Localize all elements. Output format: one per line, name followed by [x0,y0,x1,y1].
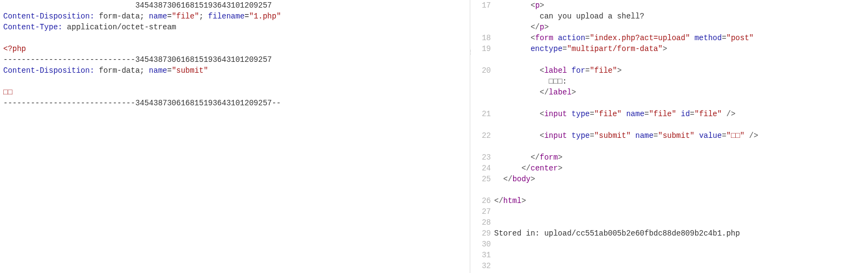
token: can you upload a shell? [494,12,644,21]
token: form-data; [94,12,149,21]
line-number-gutter: 17 1819 20 21 22 232425 26272829303132 [474,0,494,273]
token: "submit" [172,66,208,75]
token: action [558,34,585,42]
token: "□□" [727,131,745,140]
token: </ [503,175,513,183]
token: Content-Type: [3,23,62,31]
code-line: </html> [494,195,868,206]
token [722,110,726,118]
request-line: -----------------------------34543873061… [3,54,463,65]
token: □□ [3,88,12,97]
line-number: 27 [474,206,491,217]
token: Content-Disposition: [3,66,94,75]
token: < [530,34,535,42]
token [494,164,521,173]
code-line: <input type="file" name="file" id="file"… [494,109,868,119]
request-line: □□ [3,87,463,98]
token: /> [727,110,736,118]
token [553,34,558,42]
token: = [244,12,249,21]
line-number [474,185,491,195]
token: = [722,131,726,140]
token: "file" [594,110,621,118]
line-number [474,119,491,130]
token: > [521,196,526,205]
split-handle[interactable]: ⋮ [467,0,474,273]
token: form [540,153,558,162]
line-number: 18 [474,33,491,43]
line-number [474,141,491,152]
code-line [494,54,868,65]
code-line [494,261,868,271]
code-line: </label> [494,87,868,98]
token: > [530,175,535,183]
token [494,34,530,42]
request-line [3,76,463,87]
line-number [474,87,491,98]
code-line: <p> [494,0,868,11]
token: </ [530,153,540,162]
code-line: □□□: [494,76,868,87]
code-line [494,217,868,228]
token: label [549,88,572,97]
token: □□□: [494,77,567,86]
code-line: </body> [494,174,868,185]
token: "file" [590,66,617,75]
token: -----------------------------34543873061… [3,55,272,64]
token: = [722,34,726,42]
token [695,131,699,140]
line-number [474,98,491,109]
line-number: 17 [474,0,491,11]
request-body-pane[interactable]: 345438730616815193643101209257Content-Di… [0,0,467,273]
line-number: 30 [474,239,491,250]
code-line: <label for="file"> [494,65,868,76]
line-number: 24 [474,163,491,174]
divider-line [470,0,470,273]
token: Content-Disposition: [3,12,94,21]
code-line [494,185,868,195]
token: type [572,131,590,140]
token: > [558,153,562,162]
token: > [572,88,576,97]
line-number [474,54,491,65]
line-number [474,22,491,33]
response-code-pane[interactable]: 17 1819 20 21 22 232425 26272829303132 <… [474,0,868,273]
token: </ [521,164,530,173]
token: input [544,131,567,140]
token: for [572,66,585,75]
line-number: 25 [474,174,491,185]
token: "file" [649,110,676,118]
token [494,153,530,162]
code-content[interactable]: <p> can you upload a shell? </p> <form a… [494,0,868,273]
token [494,110,540,118]
line-number: 23 [474,152,491,163]
code-line [494,206,868,217]
token: </ [530,23,540,31]
token: html [503,196,522,205]
code-line: </center> [494,163,868,174]
token: filename [208,12,244,21]
line-number: 31 [474,250,491,261]
token: > [617,66,621,75]
token: label [544,66,567,75]
token: = [167,12,171,21]
token: </ [540,88,549,97]
token: = [167,66,171,75]
token [621,110,626,118]
token [567,66,571,75]
request-line: Content-Disposition: form-data; name="su… [3,65,463,76]
token [690,34,694,42]
token: "file" [695,110,722,118]
line-number [474,11,491,22]
line-number: 21 [474,109,491,119]
token: input [544,110,567,118]
code-line: enctype="multipart/form-data"> [494,43,868,54]
line-number: 28 [474,217,491,228]
line-number: 19 [474,43,491,54]
token: body [513,175,531,183]
code-line [494,239,868,250]
line-number: 26 [474,195,491,206]
token [494,1,530,10]
token: Stored in: upload/cc551ab005b2e60fbdc88d… [494,229,740,238]
token: form-data; [94,66,149,75]
